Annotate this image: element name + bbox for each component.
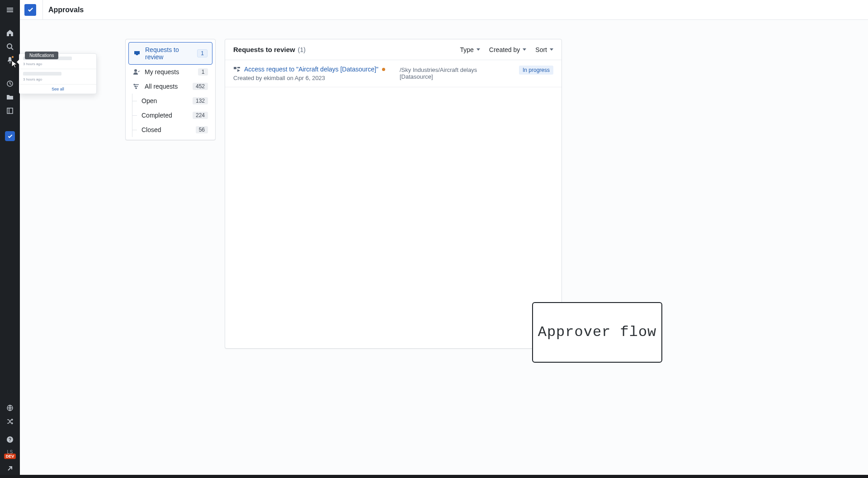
- help-icon[interactable]: ?: [0, 433, 20, 446]
- notification-item[interactable]: 3 hours ago: [19, 69, 96, 85]
- sidebar-sub-completed[interactable]: Completed 224: [132, 108, 212, 123]
- sidebar-sub-closed[interactable]: Closed 56: [132, 123, 212, 137]
- request-row[interactable]: Access request to "Aircraft delays [Data…: [225, 60, 561, 87]
- svg-point-8: [135, 86, 136, 87]
- inbox-icon: [133, 50, 141, 57]
- filter-created-by[interactable]: Created by: [489, 46, 526, 53]
- sidebar-count: 224: [193, 112, 208, 119]
- sidebar-item-all-requests[interactable]: All requests 452: [128, 79, 212, 94]
- panel-title: Requests to review: [233, 46, 295, 53]
- page-title: Approvals: [48, 6, 84, 14]
- filter-label: Sort: [535, 46, 547, 53]
- notification-badge-icon: [11, 56, 14, 58]
- sidebar-count: 452: [193, 83, 208, 90]
- sidebar-label: Requests to review: [145, 46, 197, 61]
- svg-rect-2: [7, 108, 13, 114]
- chevron-down-icon: [550, 48, 553, 51]
- request-path: /Sky Industries/Aircraft delays [Datasou…: [400, 66, 504, 80]
- app-icon: [24, 4, 36, 16]
- svg-point-9: [136, 88, 137, 89]
- filter-label: Type: [460, 46, 473, 53]
- home-icon[interactable]: [0, 26, 20, 40]
- annotation-label: Approver flow: [532, 302, 662, 363]
- globe-icon[interactable]: [0, 401, 20, 415]
- filter-sort[interactable]: Sort: [535, 46, 553, 53]
- header: Approvals: [20, 0, 868, 20]
- content-area: Requests to review 1 My requests 1 All r…: [20, 20, 868, 478]
- taskbar: [0, 475, 868, 478]
- svg-point-6: [134, 69, 137, 72]
- header-divider: [42, 0, 43, 20]
- notifications-popover: Notifications 3 hours ago 3 hours ago Se…: [19, 53, 97, 94]
- shuffle-icon[interactable]: [0, 415, 20, 428]
- panel-icon[interactable]: [0, 104, 20, 118]
- nav-rail: ? LS DEV: [0, 0, 20, 478]
- sidebar-count: 132: [193, 97, 208, 104]
- menu-icon[interactable]: [0, 2, 20, 18]
- approvals-nav-icon[interactable]: [5, 131, 15, 141]
- user-check-icon: [133, 68, 140, 76]
- sidebar-label: Closed: [142, 126, 196, 133]
- sidebar-sub-open[interactable]: Open 132: [132, 94, 212, 108]
- status-dot-icon: [382, 68, 385, 71]
- svg-rect-10: [234, 67, 236, 69]
- filter-type[interactable]: Type: [460, 46, 480, 53]
- search-icon[interactable]: [0, 40, 20, 53]
- notifications-tooltip: Notifications: [25, 52, 58, 59]
- filter-sidebar: Requests to review 1 My requests 1 All r…: [125, 39, 216, 140]
- filter-label: Created by: [489, 46, 520, 53]
- svg-point-0: [7, 44, 12, 48]
- panel-header: Requests to review (1) Type Created by S…: [225, 39, 561, 60]
- svg-rect-11: [237, 67, 240, 68]
- main-panel: Requests to review (1) Type Created by S…: [225, 39, 562, 349]
- sidebar-label: Open: [142, 97, 193, 104]
- notifications-footer: See all: [19, 85, 96, 94]
- datasource-icon: [233, 66, 241, 72]
- sidebar-label: All requests: [145, 83, 193, 90]
- request-title: Access request to "Aircraft delays [Data…: [244, 66, 378, 73]
- chevron-down-icon: [476, 48, 480, 51]
- dev-pill: DEV: [4, 454, 16, 459]
- sidebar-count: 1: [197, 49, 208, 57]
- chevron-down-icon: [523, 48, 526, 51]
- sidebar-item-my-requests[interactable]: My requests 1: [128, 65, 212, 79]
- sidebar-subtree: Open 132 Completed 224 Closed 56: [132, 94, 212, 137]
- external-link-icon[interactable]: [0, 462, 20, 475]
- see-all-link[interactable]: See all: [52, 87, 64, 91]
- notification-time: 3 hours ago: [23, 77, 93, 81]
- history-icon[interactable]: [0, 77, 20, 90]
- notification-skeleton: [23, 72, 61, 76]
- request-subtitle: Created by ekimball on Apr 6, 2023: [233, 75, 395, 81]
- sidebar-label: My requests: [145, 68, 198, 76]
- sidebar-count: 56: [196, 126, 208, 133]
- sidebar-count: 1: [198, 68, 208, 76]
- svg-point-7: [134, 84, 135, 85]
- list-filter-icon: [133, 83, 140, 90]
- notification-time: 3 hours ago: [23, 62, 93, 66]
- sidebar-item-requests-to-review[interactable]: Requests to review 1: [128, 42, 212, 65]
- folder-icon[interactable]: [0, 90, 20, 104]
- panel-count: (1): [298, 46, 306, 53]
- sidebar-label: Completed: [142, 112, 193, 119]
- status-badge: In progress: [519, 66, 553, 75]
- svg-text:?: ?: [9, 437, 11, 442]
- env-badge: LS DEV: [0, 446, 20, 462]
